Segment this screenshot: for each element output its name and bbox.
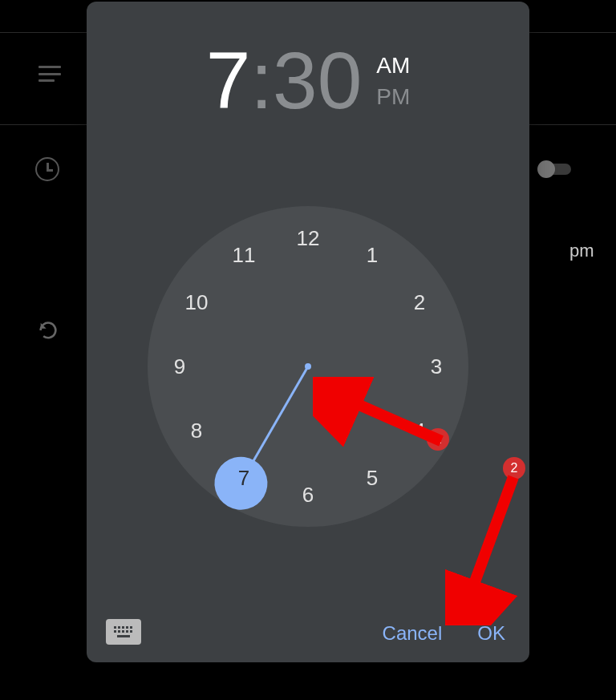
svg-rect-4 xyxy=(126,626,128,629)
clock-number-7[interactable]: 7 xyxy=(228,462,260,494)
annotation-badge-2: 2 xyxy=(503,457,525,479)
toggle-switch[interactable] xyxy=(536,160,576,180)
ampm-group: AM PM xyxy=(376,50,410,112)
time-colon: : xyxy=(250,40,273,120)
bg-pm-text: pm xyxy=(569,241,594,261)
clock-number-8[interactable]: 8 xyxy=(180,415,213,447)
clock-number-2[interactable]: 2 xyxy=(403,286,436,318)
svg-rect-5 xyxy=(130,626,132,629)
svg-rect-3 xyxy=(122,626,124,629)
toggle-thumb xyxy=(537,160,555,178)
menu-icon[interactable] xyxy=(38,66,61,82)
clock-number-10[interactable]: 10 xyxy=(180,286,213,318)
hour-value[interactable]: 7 xyxy=(206,40,251,120)
clock-number-1[interactable]: 1 xyxy=(356,239,388,271)
keyboard-input-button[interactable] xyxy=(106,619,141,645)
am-option[interactable]: AM xyxy=(376,50,410,81)
clock-face[interactable]: 121234567891011 xyxy=(148,206,468,527)
clock-number-5[interactable]: 5 xyxy=(356,462,388,494)
svg-rect-8 xyxy=(122,630,124,633)
clock-number-4[interactable]: 4 xyxy=(403,415,436,447)
svg-rect-11 xyxy=(117,635,130,637)
svg-rect-1 xyxy=(114,626,116,629)
clock-center-dot xyxy=(305,363,311,370)
refresh-icon[interactable] xyxy=(37,319,59,342)
minute-value[interactable]: 30 xyxy=(273,40,362,120)
dialog-actions: Cancel OK xyxy=(383,622,505,645)
svg-rect-7 xyxy=(118,630,120,633)
svg-rect-6 xyxy=(114,630,116,633)
cancel-button[interactable]: Cancel xyxy=(383,622,443,645)
clock-number-9[interactable]: 9 xyxy=(164,350,196,382)
ok-button[interactable]: OK xyxy=(477,622,505,645)
svg-rect-10 xyxy=(130,630,132,633)
svg-rect-9 xyxy=(126,630,128,633)
clock-number-11[interactable]: 11 xyxy=(228,239,260,271)
time-display: 7 : 30 AM PM xyxy=(87,40,529,120)
clock-icon xyxy=(35,157,59,181)
time-picker-dialog: 7 : 30 AM PM 121234567891011 Cancel OK xyxy=(87,2,529,662)
pm-option[interactable]: PM xyxy=(376,81,410,112)
svg-rect-2 xyxy=(118,626,120,629)
clock-number-6[interactable]: 6 xyxy=(292,479,324,511)
clock-number-3[interactable]: 3 xyxy=(420,350,452,382)
clock-number-12[interactable]: 12 xyxy=(292,222,324,254)
